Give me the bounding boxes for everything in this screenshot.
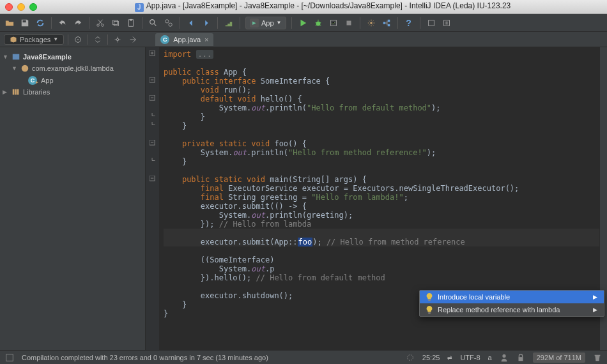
- window-title: JApp.java - [Java8Example] - Java8Exampl…: [43, 1, 602, 12]
- tool-window-bar: Packages ▼ C App.java ×: [0, 32, 607, 47]
- editor-tab[interactable]: C App.java ×: [155, 33, 213, 46]
- redo-icon[interactable]: [72, 17, 84, 29]
- status-bar: Compilation completed with 23 errors and…: [0, 350, 607, 364]
- intention-label: Replace method reference with lambda: [438, 306, 560, 314]
- line-sep-icon[interactable]: ⇌: [447, 354, 452, 361]
- run-config-select[interactable]: ▸ App ▼: [245, 17, 286, 29]
- svg-rect-14: [383, 22, 385, 24]
- build-icon[interactable]: [223, 17, 234, 29]
- run-button[interactable]: [297, 17, 309, 29]
- insert-mode-icon[interactable]: a: [488, 354, 492, 361]
- close-tab-icon[interactable]: ×: [204, 36, 208, 43]
- svg-rect-22: [13, 54, 20, 60]
- chevron-down-icon: ▼: [277, 20, 282, 26]
- collapse-icon[interactable]: [92, 34, 104, 45]
- uml-icon[interactable]: [426, 17, 437, 29]
- intention-introduce-variable[interactable]: Introduce local variable ▶: [420, 291, 604, 303]
- svg-rect-32: [428, 300, 431, 301]
- packages-label: Packages: [20, 36, 50, 43]
- bulb-icon: [425, 305, 434, 314]
- sync-icon[interactable]: [35, 17, 46, 29]
- tree-package[interactable]: ▼ com.example.jdk8.lambda: [0, 63, 145, 74]
- package-icon: [10, 36, 17, 43]
- debug-button[interactable]: [312, 17, 324, 29]
- package-icon: [20, 64, 29, 73]
- target-icon[interactable]: [72, 34, 84, 45]
- coverage-icon[interactable]: [328, 17, 339, 29]
- packages-view-button[interactable]: Packages ▼: [4, 34, 64, 45]
- help-icon[interactable]: ?: [403, 17, 415, 29]
- cut-icon[interactable]: [95, 17, 106, 29]
- svg-rect-3: [113, 20, 118, 24]
- svg-rect-15: [387, 19, 390, 22]
- svg-point-2: [102, 24, 104, 26]
- svg-rect-34: [6, 354, 13, 361]
- back-icon[interactable]: [185, 17, 197, 29]
- svg-rect-37: [518, 357, 523, 361]
- expand-icon[interactable]: ▼: [12, 65, 18, 72]
- chevron-down-icon: ▼: [53, 36, 58, 42]
- fold-end-icon[interactable]: [150, 112, 156, 119]
- fold-collapse-icon[interactable]: [150, 77, 156, 83]
- replace-icon[interactable]: [163, 17, 174, 29]
- window-controls: [5, 3, 37, 11]
- expand-icon[interactable]: ▼: [3, 54, 9, 60]
- stop-icon[interactable]: [343, 17, 355, 29]
- forward-icon[interactable]: [201, 17, 212, 29]
- copy-icon[interactable]: [110, 17, 121, 29]
- save-icon[interactable]: [19, 17, 31, 29]
- java-file-icon: J: [135, 3, 144, 12]
- libraries-icon: [12, 87, 20, 96]
- fold-expand-icon[interactable]: [150, 50, 156, 56]
- svg-rect-24: [13, 89, 15, 95]
- tree-class[interactable]: C ▸ App: [0, 74, 145, 86]
- svg-rect-25: [15, 89, 17, 95]
- search-icon[interactable]: [148, 17, 159, 29]
- svg-point-1: [97, 24, 100, 26]
- tree-libraries[interactable]: ▶ Libraries: [0, 86, 145, 98]
- editor-tab-label: App.java: [173, 36, 201, 43]
- fold-collapse-icon[interactable]: [150, 175, 156, 181]
- open-icon[interactable]: [4, 17, 15, 29]
- svg-point-20: [77, 39, 79, 40]
- svg-point-21: [116, 38, 119, 41]
- settings-icon[interactable]: [365, 17, 377, 29]
- project-tree: ▼ Java8Example ▼ com.example.jdk8.lambda…: [0, 47, 146, 350]
- paste-icon[interactable]: [125, 17, 137, 29]
- svg-point-8: [165, 19, 169, 22]
- generate-icon[interactable]: [441, 17, 452, 29]
- expand-icon[interactable]: ▶: [3, 89, 9, 95]
- gear-icon[interactable]: [112, 34, 123, 45]
- fold-end-icon[interactable]: [150, 157, 156, 163]
- lock-icon[interactable]: [516, 353, 525, 362]
- svg-point-10: [316, 21, 320, 26]
- close-window-button[interactable]: [5, 3, 13, 11]
- zoom-window-button[interactable]: [29, 3, 37, 11]
- status-icon[interactable]: [5, 353, 14, 362]
- hide-icon[interactable]: [127, 34, 139, 45]
- intention-replace-lambda[interactable]: Replace method reference with lambda ▶: [420, 303, 604, 316]
- svg-rect-33: [428, 312, 431, 314]
- fold-collapse-icon[interactable]: [150, 139, 156, 146]
- undo-icon[interactable]: [57, 17, 68, 29]
- memory-indicator[interactable]: 292M of 711M: [533, 353, 585, 363]
- bg-tasks-icon[interactable]: [406, 353, 415, 362]
- tree-libraries-label: Libraries: [23, 88, 50, 96]
- project-structure-icon[interactable]: [381, 17, 392, 29]
- fold-end-icon[interactable]: [150, 121, 156, 128]
- trash-icon[interactable]: [593, 353, 602, 362]
- svg-point-7: [150, 19, 155, 24]
- svg-rect-12: [346, 20, 351, 25]
- encoding[interactable]: UTF-8: [460, 354, 480, 361]
- svg-rect-26: [17, 89, 19, 95]
- svg-rect-0: [23, 20, 26, 22]
- module-icon: [12, 52, 20, 61]
- submenu-arrow-icon: ▶: [593, 294, 597, 300]
- tree-root[interactable]: ▼ Java8Example: [0, 51, 145, 63]
- minimize-window-button[interactable]: [17, 3, 25, 11]
- tree-class-label: App: [41, 77, 54, 84]
- cursor-position[interactable]: 25:25: [422, 354, 440, 361]
- run-config-label: App: [261, 19, 274, 27]
- hector-icon[interactable]: [500, 353, 509, 362]
- fold-collapse-icon[interactable]: [150, 95, 156, 101]
